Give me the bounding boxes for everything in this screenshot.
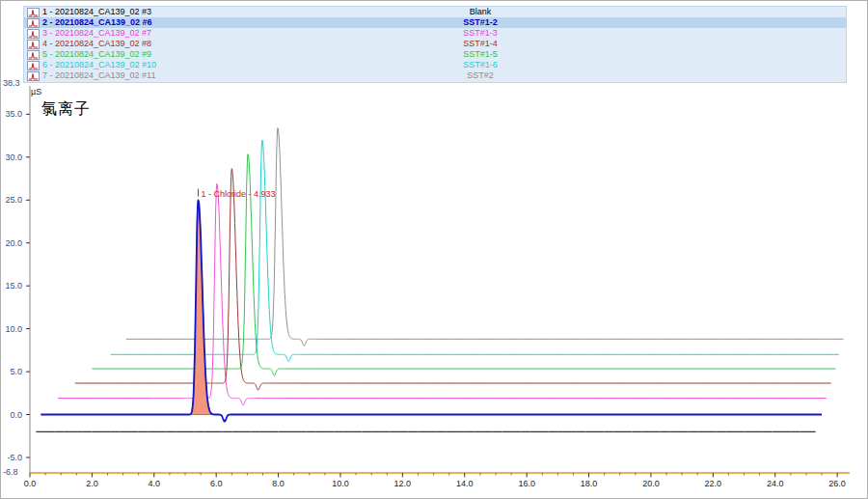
chromatogram-icon	[27, 18, 40, 28]
svg-text:10.0: 10.0	[332, 479, 349, 488]
trace-SST#2[interactable]	[126, 128, 844, 347]
trace-SST#1-4[interactable]	[75, 169, 831, 390]
sample-label: SST#1-3	[437, 28, 524, 39]
sample-name: 3 - 20210824_CA139_02 #7	[42, 28, 151, 39]
svg-text:1 - Chloride - 4.933: 1 - Chloride - 4.933	[202, 189, 276, 199]
sample-label: SST#1-2	[437, 17, 524, 28]
legend-row[interactable]: 2 - 20210824_CA139_02 #6SST#1-2	[24, 17, 846, 28]
svg-text:5.0: 5.0	[10, 367, 22, 376]
legend-rows: 1 - 20210824_CA139_02 #3Blank2 - 2021082…	[24, 7, 846, 81]
sample-label: SST#1-5	[437, 49, 524, 60]
sample-name: 6 - 20210824_CA139_02 #10	[42, 60, 156, 70]
svg-text:20.0: 20.0	[642, 479, 660, 488]
sample-label: SST#2	[437, 70, 524, 81]
legend-row[interactable]: 4 - 20210824_CA139_02 #8SST#1-4	[24, 39, 846, 49]
svg-text:22.0: 22.0	[705, 479, 722, 488]
svg-text:10.0: 10.0	[5, 324, 22, 334]
svg-text:0.0: 0.0	[10, 410, 22, 420]
legend-row[interactable]: 5 - 20210824_CA139_02 #9SST#1-5	[24, 49, 846, 60]
svg-text:25.0: 25.0	[5, 195, 22, 205]
chromatogram-icon	[27, 71, 40, 81]
svg-text:35.0: 35.0	[5, 109, 22, 119]
chromatogram-icon	[27, 50, 40, 60]
svg-text:2.0: 2.0	[86, 479, 98, 488]
trace-SST#1-6[interactable]	[111, 140, 839, 361]
peak-annotation: 1 - Chloride - 4.933	[199, 189, 276, 199]
legend-row[interactable]: 6 - 20210824_CA139_02 #10SST#1-6	[24, 60, 846, 70]
chromatogram-icon	[27, 61, 40, 70]
svg-text:8.0: 8.0	[272, 479, 285, 488]
chromatogram-icon	[27, 8, 40, 17]
sample-label: SST#1-4	[437, 39, 524, 49]
svg-text:6.0: 6.0	[210, 479, 223, 488]
chromatogram-svg[interactable]: 0.02.04.06.08.010.012.014.016.018.020.02…	[1, 84, 868, 499]
sample-name: 1 - 20210824_CA139_02 #3	[42, 7, 151, 17]
sample-name: 5 - 20210824_CA139_02 #9	[42, 49, 151, 60]
chromatogram-icon	[27, 40, 40, 49]
sample-name: 2 - 20210824_CA139_02 #6	[42, 17, 152, 28]
injection-legend: 1 - 20210824_CA139_02 #3Blank2 - 2021082…	[23, 6, 847, 83]
svg-text:30.0: 30.0	[5, 152, 22, 162]
y-axis-ticks: -5.00.05.010.015.020.025.030.035.0	[5, 109, 30, 462]
svg-text:0.0: 0.0	[24, 479, 37, 488]
svg-text:16.0: 16.0	[518, 479, 535, 488]
trace-SST#1-2[interactable]	[41, 200, 822, 421]
svg-text:14.0: 14.0	[456, 479, 474, 488]
svg-text:15.0: 15.0	[5, 281, 22, 291]
sample-label: Blank	[437, 7, 524, 17]
sample-name: 4 - 20210824_CA139_02 #8	[42, 39, 151, 49]
svg-text:18.0: 18.0	[581, 479, 598, 488]
legend-row[interactable]: 7 - 20210824_CA139_02 #11SST#2	[24, 70, 846, 81]
svg-text:26.0: 26.0	[828, 479, 846, 488]
svg-text:20.0: 20.0	[5, 238, 22, 248]
legend-row[interactable]: 1 - 20210824_CA139_02 #3Blank	[24, 7, 846, 17]
chromatogram-icon	[27, 29, 40, 39]
svg-text:12.0: 12.0	[394, 479, 412, 488]
svg-text:24.0: 24.0	[767, 479, 784, 488]
series-traces	[36, 128, 843, 432]
svg-text:4.0: 4.0	[149, 479, 161, 488]
trace-SST#1-3[interactable]	[58, 183, 827, 404]
legend-row[interactable]: 3 - 20210824_CA139_02 #7SST#1-3	[24, 28, 846, 39]
x-axis-ticks: 0.02.04.06.08.010.012.014.016.018.020.02…	[24, 473, 846, 488]
chromatography-window: 1 - 20210824_CA139_02 #3Blank2 - 2021082…	[0, 0, 868, 499]
sample-label: SST#1-6	[437, 60, 524, 70]
svg-text:-5.0: -5.0	[7, 453, 22, 462]
sample-name: 7 - 20210824_CA139_02 #11	[42, 70, 155, 81]
